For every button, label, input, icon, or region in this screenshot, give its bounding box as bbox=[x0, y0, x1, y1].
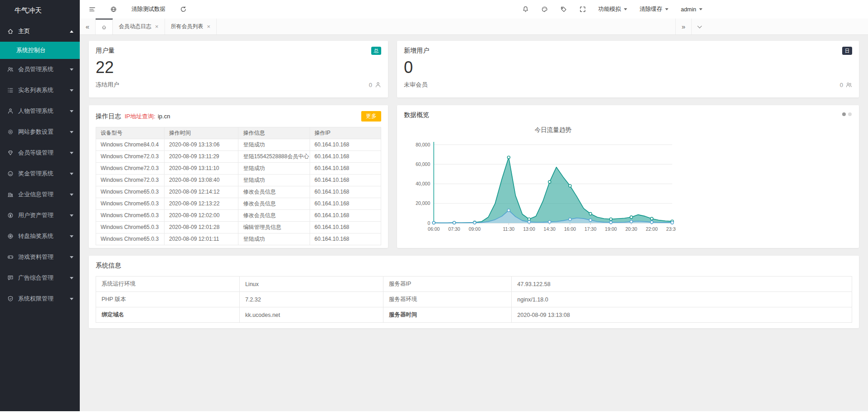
info-label: 绑定域名 bbox=[96, 307, 240, 323]
sidebar-item[interactable]: 人物管理系统 bbox=[0, 101, 80, 122]
lottery-icon bbox=[7, 233, 14, 239]
info-value: nginx/1.18.0 bbox=[512, 292, 852, 307]
close-icon[interactable]: × bbox=[155, 24, 159, 29]
table-cell: 2020-08-09 13:13:06 bbox=[164, 139, 238, 151]
sidebar-item[interactable]: 实名列表系统 bbox=[0, 80, 80, 101]
sidebar-subitem[interactable]: 系统控制台 bbox=[0, 42, 80, 59]
list-icon bbox=[7, 87, 14, 93]
info-label: 服务器环境 bbox=[383, 292, 512, 307]
sidebar-toggle-button[interactable] bbox=[89, 0, 96, 19]
system-info-table: 系统运行环境Linux服务器IP47.93.122.58PHP 版本7.2.32… bbox=[96, 276, 852, 323]
table-cell: 60.164.10.168 bbox=[310, 151, 381, 163]
notifications-button[interactable] bbox=[522, 0, 529, 19]
sidebar-item[interactable]: 主页 bbox=[0, 21, 80, 42]
shield-icon bbox=[7, 296, 14, 302]
clear-test-data-button[interactable]: 清除测试数据 bbox=[131, 5, 165, 13]
users-icon bbox=[846, 82, 852, 88]
topbar: 清除测试数据 功能模拟清除缓存admin bbox=[80, 0, 868, 19]
carousel-dot[interactable] bbox=[842, 112, 846, 116]
ad-icon bbox=[7, 275, 14, 281]
user-count-card: 用户量 总 22 冻结用户 0 bbox=[89, 41, 388, 97]
sidebar-item-label: 用户资产管理 bbox=[18, 211, 70, 219]
tabs-menu-button[interactable] bbox=[691, 19, 707, 34]
operation-log-table: 设备型号操作时间操作信息操作IP Windows Chrome84.0.4202… bbox=[96, 127, 381, 245]
carousel-dot[interactable] bbox=[848, 112, 852, 116]
table-cell: 60.164.10.168 bbox=[310, 175, 381, 186]
double-chevron-left-icon: « bbox=[86, 23, 89, 30]
tags-button[interactable] bbox=[560, 0, 567, 19]
sidebar-item-label: 实名列表系统 bbox=[18, 86, 70, 94]
table-cell: 2020-08-09 12:14:12 bbox=[164, 186, 238, 198]
sidebar-item[interactable]: 广告综合管理 bbox=[0, 267, 80, 288]
sidebar-item[interactable]: 会员等级管理 bbox=[0, 142, 80, 163]
svg-text:06:00: 06:00 bbox=[428, 226, 440, 232]
caret-down-icon bbox=[70, 194, 73, 196]
clear-cache-menu[interactable]: 清除缓存 bbox=[640, 5, 669, 13]
admin-menu[interactable]: admin bbox=[681, 6, 703, 13]
table-cell: Windows Chrome72.0.3 bbox=[96, 151, 165, 163]
table-row: Windows Chrome72.0.32020-08-09 13:08:40登… bbox=[96, 175, 381, 186]
sidebar-item-label: 系统权限管理 bbox=[18, 295, 70, 303]
main-content: 用户量 总 22 冻结用户 0 新增用户 日 0 bbox=[80, 34, 868, 411]
table-cell: 60.164.10.168 bbox=[310, 186, 381, 198]
table-cell: Windows Chrome65.0.3 bbox=[96, 233, 165, 245]
table-cell: 2020-08-09 12:01:11 bbox=[164, 233, 238, 245]
page-footer bbox=[0, 411, 868, 418]
tab[interactable]: 所有会员列表× bbox=[165, 19, 217, 34]
fullscreen-button[interactable] bbox=[579, 0, 586, 19]
table-cell: 2020-08-09 12:13:22 bbox=[164, 198, 238, 210]
tab[interactable]: 会员动态日志× bbox=[113, 19, 165, 34]
menu-label: admin bbox=[681, 6, 696, 13]
sidebar-item[interactable]: 用户资产管理 bbox=[0, 205, 80, 226]
menu-label: 清除缓存 bbox=[640, 5, 662, 13]
app-title: 牛气冲天 bbox=[0, 0, 80, 21]
bell-icon bbox=[522, 6, 529, 13]
sidebar-item[interactable]: 系统权限管理 bbox=[0, 288, 80, 309]
column-header: 操作IP bbox=[310, 127, 381, 139]
language-button[interactable] bbox=[110, 0, 117, 19]
table-row: Windows Chrome65.0.32020-08-09 12:14:12修… bbox=[96, 186, 381, 198]
tab-home[interactable] bbox=[96, 19, 113, 34]
sidebar-item[interactable]: 奖金管理系统 bbox=[0, 163, 80, 184]
carousel-dots bbox=[842, 112, 852, 116]
frozen-users-label: 冻结用户 bbox=[96, 81, 119, 89]
chart-title: 今日流量趋势 bbox=[535, 126, 572, 134]
caret-down-icon bbox=[70, 152, 73, 154]
asset-icon bbox=[7, 212, 14, 219]
ip-query-link[interactable]: ip.cn bbox=[158, 113, 170, 120]
table-cell: 60.164.10.168 bbox=[310, 139, 381, 151]
caret-down-icon bbox=[70, 235, 73, 238]
palette-icon bbox=[541, 6, 548, 13]
tag-icon bbox=[560, 6, 567, 13]
prize-icon bbox=[7, 170, 14, 177]
info-row: 绑定域名kk.ucodes.net服务器时间2020-08-09 13:13:0… bbox=[96, 307, 852, 323]
table-cell: 修改会员信息 bbox=[238, 198, 310, 210]
sidebar-item-label: 游戏资料管理 bbox=[18, 253, 70, 261]
users-icon bbox=[7, 66, 14, 73]
table-cell: Windows Chrome72.0.3 bbox=[96, 175, 165, 186]
sidebar-item-label: 转盘抽奖系统 bbox=[18, 232, 70, 240]
game-icon bbox=[7, 254, 14, 260]
info-label: 服务器IP bbox=[383, 277, 512, 292]
sidebar-item[interactable]: 转盘抽奖系统 bbox=[0, 226, 80, 247]
close-icon[interactable]: × bbox=[207, 24, 211, 29]
table-cell: 60.164.10.168 bbox=[310, 222, 381, 233]
globe-icon bbox=[110, 6, 117, 13]
tabs-scroll-right-button[interactable]: » bbox=[675, 19, 691, 34]
refresh-button[interactable] bbox=[180, 0, 187, 19]
table-cell: Windows Chrome65.0.3 bbox=[96, 222, 165, 233]
sidebar-item[interactable]: 网站参数设置 bbox=[0, 122, 80, 142]
info-value: 47.93.122.58 bbox=[512, 277, 852, 292]
theme-button[interactable] bbox=[541, 0, 548, 19]
more-button[interactable]: 更多 bbox=[361, 111, 381, 122]
tabs-scroll-left-button[interactable]: « bbox=[80, 19, 96, 34]
card-title: 新增用户 bbox=[404, 47, 429, 55]
sidebar-item[interactable]: 企业信息管理 bbox=[0, 184, 80, 205]
sidebar-item[interactable]: 游戏资料管理 bbox=[0, 247, 80, 267]
feature-sim-menu[interactable]: 功能模拟 bbox=[598, 5, 627, 13]
caret-down-icon bbox=[70, 256, 73, 258]
pending-members-value: 0 bbox=[840, 82, 843, 88]
sidebar-item[interactable]: 会员管理系统 bbox=[0, 59, 80, 80]
svg-text:14:30: 14:30 bbox=[543, 226, 555, 232]
card-title: 用户量 bbox=[96, 47, 115, 55]
